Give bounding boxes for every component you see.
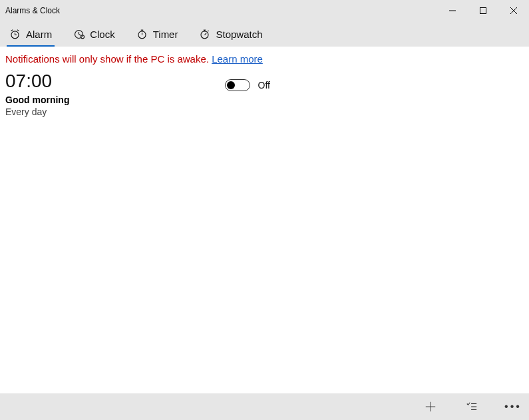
tab-timer-label: Timer [153,29,178,40]
svg-line-18 [205,33,207,35]
alarm-toggle-label: Off [258,80,270,91]
alarm-time: 07:00 [5,71,69,92]
tab-bar: Alarm Clock Time [0,21,529,47]
maximize-button[interactable] [468,0,498,21]
select-alarms-button[interactable] [465,400,478,413]
toggle-knob [227,81,235,89]
alarm-repeat: Every day [5,106,69,117]
maximize-icon [480,7,486,14]
content-area: Notifications will only show if the PC i… [0,47,529,393]
learn-more-link[interactable]: Learn more [212,53,263,65]
tab-alarm[interactable]: Alarm [8,21,53,47]
minimize-icon [449,7,456,14]
svg-line-7 [11,29,13,31]
stopwatch-icon [199,29,210,40]
tab-clock-label: Clock [90,29,115,40]
close-icon [510,7,517,14]
add-alarm-button[interactable] [424,400,437,413]
clock-icon [73,29,85,40]
alarm-name: Good morning [5,95,69,105]
svg-line-21 [208,30,209,31]
tab-alarm-label: Alarm [26,29,52,40]
close-button[interactable] [498,0,529,21]
window-title: Alarms & Clock [5,6,60,15]
alarm-toggle-group: Off [225,79,270,91]
notification-warning: Notifications will only show if the PC i… [5,53,524,65]
alarm-item[interactable]: 07:00 Good morning Every day Off [5,71,270,124]
more-icon: ••• [504,403,522,410]
titlebar: Alarms & Clock [0,0,529,21]
tab-timer[interactable]: Timer [135,21,180,47]
notification-warning-text: Notifications will only show if the PC i… [5,53,212,65]
tab-stopwatch[interactable]: Stopwatch [198,21,264,47]
tab-clock[interactable]: Clock [72,21,116,47]
alarm-toggle[interactable] [225,79,250,91]
svg-rect-1 [480,8,486,14]
timer-icon [136,29,148,40]
alarm-info: 07:00 Good morning Every day [5,71,69,117]
alarm-icon [9,29,21,40]
svg-line-11 [79,34,81,35]
minimize-button[interactable] [437,0,468,21]
svg-line-8 [17,29,19,31]
plus-icon [425,401,437,413]
select-icon [466,401,478,413]
tab-stopwatch-label: Stopwatch [216,29,262,40]
command-bar: ••• [0,393,529,420]
more-button[interactable]: ••• [506,400,520,413]
window-controls [437,0,529,21]
